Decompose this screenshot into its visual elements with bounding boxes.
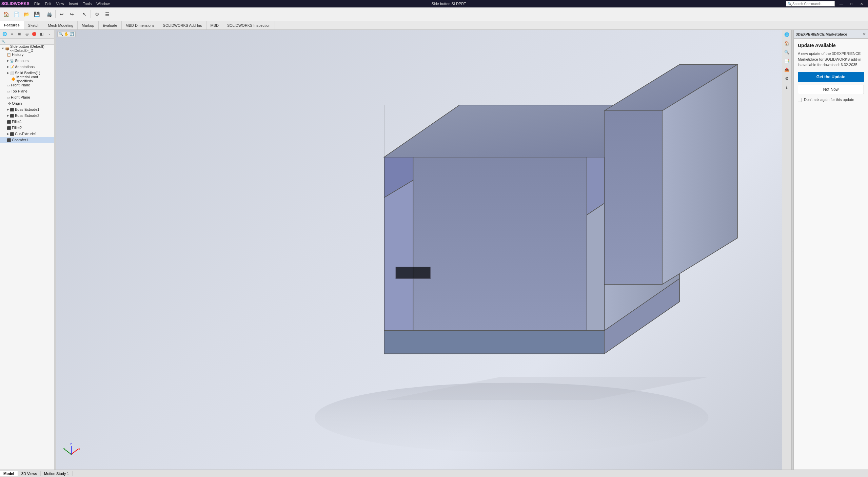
toolbar-open[interactable]: 📂 (22, 9, 31, 19)
bottom-tabs: Model 3D Views Motion Study 1 (0, 470, 868, 477)
chamfer1-icon: ⬛ (7, 138, 11, 142)
svg-line-1 (71, 449, 78, 454)
get-update-button[interactable]: Get the Update (798, 72, 864, 82)
tab-features[interactable]: Features (0, 21, 24, 29)
boss-extrude1-icon: ⬛ (10, 108, 14, 111)
tab-solidworks-addins[interactable]: SOLIDWORKS Add-Ins (159, 21, 206, 29)
panel-tool-3[interactable]: ⊞ (16, 31, 23, 38)
view-tools-group: 🔍 ✋ 🔄 (57, 31, 76, 37)
3d-model-area[interactable] (56, 30, 782, 470)
toolbar-sep-3 (78, 10, 78, 18)
tree-item-chamfer1[interactable]: ⬛ Chamfer1 (0, 137, 54, 143)
rsb-home[interactable]: 🏠 (783, 39, 791, 47)
rsb-settings[interactable]: ⚙ (783, 75, 791, 83)
search-box[interactable]: 🔍 (786, 1, 835, 6)
sensors-icon: 📡 (10, 59, 14, 63)
tab-sketch[interactable]: Sketch (24, 21, 44, 29)
close-button[interactable]: ✕ (856, 0, 867, 7)
menu-view[interactable]: View (54, 1, 66, 6)
coordinate-triad: X Y Z (63, 442, 76, 456)
tree-item-top-plane[interactable]: ▭ Top Plane (0, 88, 54, 94)
rsb-share[interactable]: 📤 (783, 66, 791, 74)
toolbar-sep-2 (55, 10, 56, 18)
tree-item-boss-extrude1[interactable]: ▶ ⬛ Boss-Extrude1 (0, 106, 54, 112)
tab-mbd-dimensions[interactable]: MBD Dimensions (122, 21, 159, 29)
tab-mesh-modeling[interactable]: Mesh Modeling (44, 21, 78, 29)
tree-item-fillet1[interactable]: ⬛ Fillet1 (0, 119, 54, 125)
history-icon: 📋 (7, 53, 11, 57)
panel-tool-1[interactable]: 🌐 (1, 31, 8, 38)
tree-item-fillet2[interactable]: ⬛ Fillet2 (0, 125, 54, 131)
bottom-tab-motion[interactable]: Motion Study 1 (41, 471, 73, 476)
toolbar-select[interactable]: ↖ (80, 9, 89, 19)
panel-tool-5[interactable]: 🔴 (31, 31, 38, 38)
tree-item-cut-extrude1[interactable]: ▶ ⬛ Cut-Extrude1 (0, 131, 54, 137)
panel-tool-arrow[interactable]: › (46, 31, 53, 38)
window-title: Side button.SLDPRT (432, 2, 466, 6)
toolbar-print[interactable]: 🖨️ (44, 9, 54, 19)
tree-item-origin[interactable]: ✛ Origin (0, 100, 54, 106)
toolbar-save[interactable]: 💾 (32, 9, 41, 19)
tree-label-right-plane: Right Plane (11, 95, 30, 99)
maximize-button[interactable]: □ (846, 0, 856, 7)
menu-file[interactable]: File (32, 1, 42, 6)
toolbar-redo[interactable]: ↪ (67, 9, 77, 19)
tree-item-annotations[interactable]: ▶ 📝 Annotations (0, 64, 54, 70)
view-zoom-icon[interactable]: 🔍 (59, 32, 63, 36)
dont-ask-label: Don't ask again for this update (804, 98, 854, 102)
toolbar-settings[interactable]: ⚙ (92, 9, 102, 19)
minimize-button[interactable]: — (836, 0, 846, 7)
menu-tools[interactable]: Tools (81, 1, 94, 6)
tab-solidworks-inspection[interactable]: SOLIDWORKS Inspection (223, 21, 275, 29)
menu-insert[interactable]: Insert (67, 1, 80, 6)
not-now-button[interactable]: Not Now (798, 85, 864, 94)
panel-tool-2[interactable]: ≡ (9, 31, 16, 38)
rsb-bookmark[interactable]: 📑 (783, 57, 791, 65)
main-area: 🌐 ≡ ⊞ ◎ 🔴 ◧ › 🔧 ▼ 📦 Side button (Default… (0, 30, 868, 470)
material-icon: 🔶 (11, 77, 15, 81)
rsb-info[interactable]: ℹ (783, 83, 791, 91)
toolbar-undo[interactable]: ↩ (57, 9, 66, 19)
menu-bar: File Edit View Insert Tools Window (32, 1, 112, 6)
dexp-panel-content: Update Available A new update of the 3DE… (794, 39, 868, 470)
dont-ask-checkbox[interactable] (798, 98, 802, 102)
window-controls: — □ ✕ (836, 0, 867, 7)
titlebar-right: 🔍 — □ ✕ (786, 0, 867, 7)
front-plane-icon: ▭ (7, 83, 10, 87)
tab-markup[interactable]: Markup (78, 21, 99, 29)
tab-evaluate[interactable]: Evaluate (99, 21, 122, 29)
model-boss-front (604, 111, 662, 284)
bottom-tab-model[interactable]: Model (0, 471, 18, 476)
rsb-3dexp[interactable]: 🌐 (783, 30, 791, 39)
menu-window[interactable]: Window (94, 1, 112, 6)
view-pan-icon[interactable]: ✋ (64, 32, 69, 36)
search-icon: 🔍 (788, 2, 792, 6)
viewport[interactable]: 🔍 ✋ 🔄 (56, 30, 782, 470)
toolbar-new[interactable]: 📄 (12, 9, 21, 19)
search-input[interactable] (792, 2, 833, 6)
tree-item-right-plane[interactable]: ▭ Right Plane (0, 94, 54, 100)
view-rotate-icon[interactable]: 🔄 (70, 32, 74, 36)
view-toolbar: 🔍 ✋ 🔄 (57, 31, 76, 37)
origin-icon: ✛ (8, 102, 11, 105)
left-panel: 🌐 ≡ ⊞ ◎ 🔴 ◧ › 🔧 ▼ 📦 Side button (Default… (0, 30, 54, 470)
tree-item-boss-extrude2[interactable]: ▶ ⬛ Boss-Extrude2 (0, 112, 54, 119)
tab-mbd[interactable]: MBD (206, 21, 223, 29)
rsb-search[interactable]: 🔍 (783, 48, 791, 56)
dexp-panel-close[interactable]: ✕ (863, 32, 866, 37)
menu-edit[interactable]: Edit (43, 1, 53, 6)
panel-tool-6[interactable]: ◧ (38, 31, 45, 38)
toolbar-home[interactable]: 🏠 (1, 9, 11, 19)
svg-text:Z: Z (70, 443, 72, 446)
panel-tool-4[interactable]: ◎ (24, 31, 31, 38)
toolbar: 🏠 📄 📂 💾 🖨️ ↩ ↪ ↖ ⚙ ☰ (0, 7, 868, 21)
tree-root[interactable]: ▼ 📦 Side button (Default) <<Default>_D (0, 45, 54, 51)
tree-item-sensors[interactable]: ▶ 📡 Sensors (0, 58, 54, 64)
toolbar-options[interactable]: ☰ (102, 9, 112, 19)
right-plane-icon: ▭ (7, 96, 10, 99)
tree-label-boss-extrude2: Boss-Extrude2 (15, 113, 39, 118)
titlebar: SOLIDWORKS File Edit View Insert Tools W… (0, 0, 868, 7)
fillet1-icon: ⬛ (7, 120, 11, 124)
tree-item-material[interactable]: 🔶 Material <not specified> (0, 76, 54, 82)
bottom-tab-3dviews[interactable]: 3D Views (18, 471, 41, 476)
